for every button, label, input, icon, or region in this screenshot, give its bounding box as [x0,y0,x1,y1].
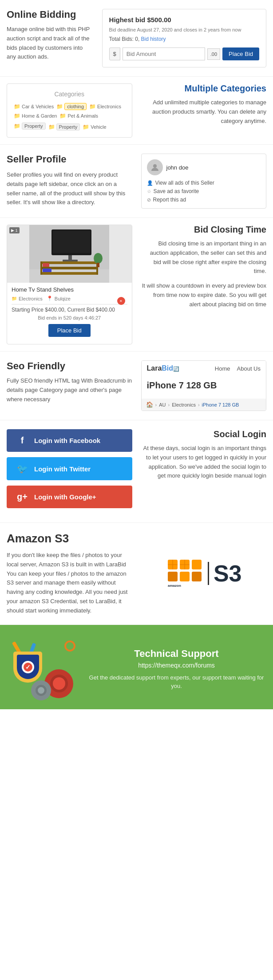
sold-icon: ✕ [117,297,125,305]
check-circle: ✓ [22,661,34,673]
nav-about-link[interactable]: About Us [237,365,261,372]
nav-product-title: iPhone 7 128 GB [147,380,261,391]
cat-item-pet[interactable]: 📁 Pet & Animals [59,113,98,119]
seller-view-ads[interactable]: 👤 View all ads of this Seller [147,180,261,186]
tag-icon: 📁 [12,296,17,301]
report-icon: ⊘ [147,197,151,203]
divider [12,304,127,304]
bid-closing-text2: It will show a countdown in every ad pre… [141,281,267,309]
seller-save-favorite-label: Save ad as favorite [154,188,199,194]
google-login-button[interactable]: g+ Login with Google+ [7,486,132,508]
product-place-bid-button[interactable]: Place Bid [48,324,91,337]
bid-history-link[interactable]: Bid history [141,36,166,42]
svg-point-0 [153,164,157,168]
seller-view-ads-label: View all ads of this Seller [155,180,214,186]
amazon-right: amazon web services S3 [137,532,267,616]
seller-name: john doe [166,164,189,171]
cat-label-property2: Property [56,123,80,130]
folder-icon: 📁 [83,124,89,130]
twitter-login-label: Login with Twitter [34,465,91,473]
footer-title: Technical Support [87,648,266,660]
bid-currency-symbol: $ [109,47,120,60]
breadcrumb-electronics[interactable]: Electronics [172,402,196,407]
categories-left: Categories 📁 Car & Vehicles 📁 clothing 📁… [7,83,137,138]
categories-section: Categories 📁 Car & Vehicles 📁 clothing 📁… [0,77,273,145]
multiple-categories-title: Multiple Categories [141,83,267,94]
twitter-login-button[interactable]: 🐦 Login with Twitter [7,457,132,480]
circle-icon-1 [64,640,75,652]
nav-home-link[interactable]: Home [215,365,230,372]
cat-item-home[interactable]: 📁 Home & Garden [14,113,57,119]
shield-inner: ✓ [17,655,39,679]
seo-left: Seo Friendly Fully SEO friendly HTML tag… [7,360,137,411]
star-icon: ☆ [147,189,151,194]
product-price-row: Starting Price $400.00, Current Bid $400… [12,307,127,313]
online-bidding-left: Online Bidding Manage online bid with th… [7,9,98,67]
cat-item-clothing[interactable]: 📁 clothing [56,103,87,110]
social-login-title: Social Login [141,429,267,439]
nav-logo-icon: 🔄 [173,366,179,371]
breadcrumb-sep2: › [168,402,170,407]
bid-amount: $500.00 [147,16,171,24]
cat-item-car[interactable]: 📁 Car & Vehicles [14,103,54,110]
place-bid-button[interactable]: Place Bid [222,47,259,60]
svg-rect-4 [53,231,90,253]
cat-label-electronics: Electronics [97,104,121,109]
svg-rect-12 [43,263,49,267]
bid-amount-input[interactable] [123,47,205,60]
cat-label-home: Home & Garden [22,113,57,119]
cat-item-property2[interactable]: 📁 Property [48,123,80,130]
seller-card: john doe 👤 View all ads of this Seller ☆… [141,154,267,209]
seller-profile-right: john doe 👤 View all ads of this Seller ☆… [137,154,267,209]
cat-item-electronics[interactable]: 📁 Electronics [89,103,121,110]
bid-box-container: Highest bid $500.00 Bid deadline August … [98,9,266,67]
gear-inner [50,675,68,692]
multiple-categories-right: Multiple Categories Add unlimited multip… [137,83,267,138]
seller-report-label: Report this ad [153,197,186,203]
multiple-categories-description: Add unlimited multiple categories to man… [141,98,267,126]
footer-url[interactable]: https://themeqx.com/forums [87,662,266,669]
bid-box-title: Highest bid $500.00 [109,16,259,24]
product-location: Bulqize [55,296,71,301]
avatar [147,159,163,175]
seller-profile-section: Seller Profile Seller profiles you will … [0,145,273,218]
footer-description: Get the dedicated support from experts, … [87,673,266,691]
nav-bar: LaraBid🔄 Home About Us [142,361,266,376]
breadcrumb-product[interactable]: iPhone 7 128 GB [202,402,239,407]
bid-closing-title: Bid Closing Time [141,225,267,235]
facebook-login-button[interactable]: f Login with Facebook [7,429,132,452]
product-image-area: ▶ 1 [7,225,132,283]
seo-title: Seo Friendly [7,360,132,372]
cat-item-property1[interactable]: 📁 Property [14,122,46,130]
cat-label-clothing: clothing [64,103,87,110]
amazon-logo-graphic: amazon web services [166,557,206,590]
seo-right: LaraBid🔄 Home About Us iPhone 7 128 GB 🏠… [137,360,267,411]
breadcrumb-sep1: › [155,402,157,407]
seller-profile-left: Seller Profile Seller profiles you will … [7,154,137,209]
cat-item-vehicle[interactable]: 📁 Vehicle [83,123,106,130]
amazon-description: If you don't like keep the files / photo… [7,551,132,616]
nav-demo-box: LaraBid🔄 Home About Us iPhone 7 128 GB 🏠… [141,360,267,411]
seller-report[interactable]: ⊘ Report this ad [147,197,261,203]
seller-card-header: john doe [147,159,261,175]
amazon-section: Amazon S3 If you don't like keep the fil… [0,523,273,625]
breadcrumb-home-icon[interactable]: 🏠 [146,401,153,408]
amazon-logo: amazon web services S3 [166,557,242,590]
bid-closing-text1: Bid closing time is an important thing i… [141,239,267,276]
footer: ✓ Technical Support https://themeqx.com/… [0,625,273,709]
bid-total-label: Total Bids: 0, [109,36,140,42]
folder-icon: 📁 [14,123,20,129]
svg-text:web services: web services [167,588,183,589]
seller-profile-description: Seller profiles you will find on every p… [7,170,132,207]
check-icon: ✓ [25,664,31,671]
gear-small-inner [36,685,47,696]
google-login-label: Login with Google+ [34,493,96,501]
breadcrumb-au[interactable]: AU [159,402,166,407]
product-info: Home Tv Stand Shelves 📁 Electronics 📍 Bu… [7,283,132,344]
seller-save-favorite[interactable]: ☆ Save ad as favorite [147,188,261,194]
google-icon: g+ [16,492,29,502]
svg-rect-9 [40,272,98,275]
footer-icons-area: ✓ [7,638,78,700]
seo-description: Fully SEO friendly HTML tag With Breadcr… [7,376,132,404]
facebook-login-label: Login with Facebook [34,437,100,444]
